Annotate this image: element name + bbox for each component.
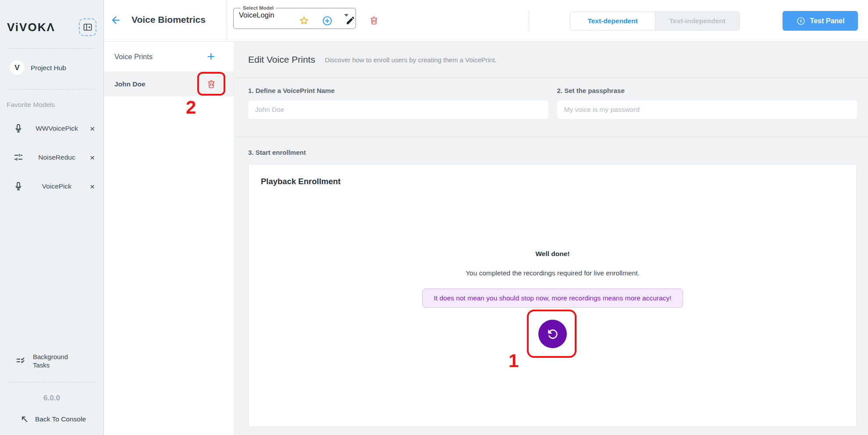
sidebar-collapse-button[interactable] (79, 18, 96, 36)
passphrase-input[interactable] (557, 100, 857, 119)
microphone-icon (13, 181, 24, 192)
restart-enrollment-button[interactable] (538, 320, 567, 348)
project-hub-icon: V (10, 61, 25, 75)
flash-circle-icon (796, 16, 806, 26)
edit-voice-prints-title: Edit Voice Prints (248, 54, 315, 65)
page-title: Voice Biometrics (132, 14, 206, 25)
edit-model-button[interactable] (345, 15, 356, 26)
star-icon (299, 15, 309, 26)
favorite-star-button[interactable] (299, 15, 309, 26)
sidebar-divider (9, 89, 95, 89)
sidebar-divider (9, 382, 95, 382)
back-to-console-button[interactable]: Back To Console (0, 415, 103, 424)
voiceprint-name-field: 1. Define a VoicePrint Name (248, 87, 548, 137)
back-to-console-label: Back To Console (35, 415, 86, 423)
voiceprint-name-input[interactable] (248, 100, 548, 119)
sidebar-item-project-hub[interactable]: V Project Hub (0, 59, 103, 77)
annotation-number-2: 2 (186, 98, 196, 117)
test-panel-label: Test Panel (810, 17, 845, 25)
playback-enrollment-title: Playback Enrollment (261, 177, 341, 186)
favorite-models-heading: Favorite Models (7, 101, 103, 109)
favorite-model-label: NoiseReduc (24, 153, 90, 161)
background-tasks-label: Background Tasks (33, 353, 75, 370)
app-window: ViVOKΛ V Project Hub Favorite Models (0, 0, 868, 435)
mode-toggle-group: Text-dependent Text-independent (570, 11, 740, 31)
edit-voice-prints-subtitle: Discover how to enroll users by creating… (325, 56, 497, 64)
panel-collapse-icon (82, 22, 93, 32)
add-voiceprint-button[interactable]: + (207, 50, 215, 63)
microphone-icon (13, 123, 24, 134)
delete-model-button[interactable] (368, 15, 379, 26)
remove-favorite-icon[interactable]: × (90, 125, 95, 133)
voice-prints-panel: Voice Prints + John Doe (104, 42, 235, 435)
arrow-northwest-icon (20, 415, 29, 424)
accuracy-note: It does not mean you should stop now, mo… (422, 289, 683, 308)
start-enrollment-label: 3. Start enrollment (248, 149, 857, 156)
sidebar: ViVOKΛ V Project Hub Favorite Models (0, 0, 104, 435)
passphrase-field: 2. Set the passphrase (557, 87, 857, 137)
test-panel-button[interactable]: Test Panel (783, 11, 858, 31)
select-model-label: Select Model (243, 5, 274, 11)
vivoka-logo: ViVOKΛ (7, 21, 55, 34)
sidebar-divider (9, 48, 95, 49)
remove-favorite-icon[interactable]: × (90, 182, 95, 191)
back-button[interactable] (110, 14, 122, 27)
refresh-icon (546, 327, 560, 341)
trash-icon (369, 15, 379, 26)
arrow-back-icon (110, 14, 121, 26)
passphrase-label: 2. Set the passphrase (557, 87, 857, 94)
favorite-model-label: VoicePick (24, 182, 90, 190)
header-dashed-separator (529, 11, 529, 31)
enrollment-complete-message: You completed the recordings required fo… (466, 269, 640, 277)
top-header: Voice Biometrics Select Model VoiceLogin (104, 0, 868, 42)
tune-icon (13, 152, 24, 163)
voiceprint-name-label: 1. Define a VoicePrint Name (248, 87, 548, 94)
version-label: 6.0.0 (0, 394, 103, 403)
playback-enrollment-card: Playback Enrollment Well done! You compl… (248, 164, 857, 427)
favorite-model-label: WWVoicePick (24, 125, 90, 132)
add-model-button[interactable] (322, 15, 333, 26)
trash-icon (206, 79, 217, 89)
remove-favorite-icon[interactable]: × (90, 153, 95, 162)
main-content: Edit Voice Prints Discover how to enroll… (235, 42, 868, 435)
voice-prints-heading: Voice Prints (114, 53, 153, 61)
project-hub-label: Project Hub (31, 64, 66, 72)
voiceprint-list-item[interactable]: John Doe (104, 71, 234, 96)
select-model-value: VoiceLogin (239, 11, 274, 19)
well-done-headline: Well done! (535, 250, 569, 258)
tab-text-dependent[interactable]: Text-dependent (570, 12, 655, 30)
delete-voiceprint-button[interactable] (206, 79, 217, 89)
tab-text-independent[interactable]: Text-independent (655, 12, 740, 30)
favorite-model-wwvoicepick[interactable]: WWVoicePick × (0, 123, 103, 134)
favorite-model-voicepick[interactable]: VoicePick × (0, 181, 103, 192)
favorite-model-noisereduc[interactable]: NoiseReduc × (0, 152, 103, 163)
plus-circle-icon (322, 15, 333, 26)
annotation-number-1: 1 (509, 352, 519, 370)
pencil-icon (345, 15, 356, 25)
header-separator (227, 0, 227, 41)
voiceprint-name: John Doe (114, 80, 146, 88)
checklist-icon (15, 356, 26, 366)
sidebar-item-background-tasks[interactable]: Background Tasks (0, 352, 103, 370)
